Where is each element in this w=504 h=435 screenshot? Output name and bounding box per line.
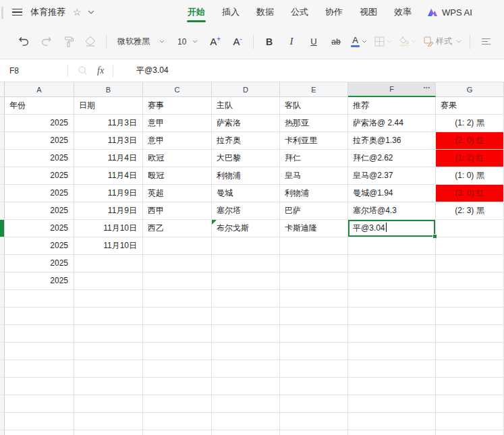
sheet-cell[interactable] bbox=[143, 308, 212, 325]
sheet-cell[interactable]: 2025 bbox=[5, 185, 74, 202]
sheet-cell[interactable]: 拉齐奥 bbox=[212, 132, 280, 150]
font-name-select[interactable]: 微软雅黑 bbox=[115, 33, 167, 51]
row-header[interactable] bbox=[0, 290, 5, 308]
row-header[interactable] bbox=[0, 237, 5, 255]
star-favorite-icon[interactable]: ☆ bbox=[73, 7, 82, 17]
formula-input[interactable]: 平@3.04 bbox=[136, 65, 169, 76]
sheet-cell[interactable]: 11月4日 bbox=[74, 167, 143, 185]
active-cell-F8[interactable]: 平@3.04 bbox=[348, 220, 436, 237]
sheet-cell[interactable]: 2025 bbox=[5, 115, 74, 132]
sheet-cell[interactable] bbox=[280, 325, 348, 343]
sheet-cell[interactable] bbox=[74, 430, 143, 435]
sheet-cell[interactable] bbox=[436, 255, 504, 272]
sheet-cell[interactable] bbox=[348, 343, 436, 360]
sheet-cell[interactable] bbox=[143, 290, 212, 308]
sheet-cell[interactable]: 英超 bbox=[143, 185, 212, 202]
sheet-cell[interactable]: 塞尔塔@4.3 bbox=[348, 202, 436, 220]
wps-ai-button[interactable]: WPS AI bbox=[427, 7, 472, 18]
row-header[interactable] bbox=[0, 202, 5, 220]
row-header[interactable] bbox=[0, 308, 5, 325]
search-icon[interactable] bbox=[78, 65, 88, 76]
sheet-cell[interactable] bbox=[143, 360, 212, 378]
tab-view[interactable]: 视图 bbox=[358, 0, 379, 24]
sheet-cell[interactable]: 皇马 bbox=[280, 167, 348, 185]
sheet-cell[interactable] bbox=[348, 255, 436, 272]
row-header[interactable] bbox=[0, 220, 5, 237]
sheet-cell[interactable]: 卡利亚里 bbox=[280, 132, 348, 150]
sheet-cell[interactable] bbox=[74, 413, 143, 430]
sheet-cell[interactable] bbox=[143, 413, 212, 430]
sheet-cell[interactable] bbox=[212, 272, 280, 290]
row-header[interactable] bbox=[0, 150, 5, 167]
redo-icon[interactable] bbox=[38, 33, 53, 51]
sheet-cell[interactable]: 2025 bbox=[5, 272, 74, 290]
select-all-corner[interactable] bbox=[0, 82, 5, 97]
sheet-cell[interactable]: 赛事 bbox=[143, 97, 212, 115]
row-header[interactable] bbox=[0, 132, 5, 150]
sheet-cell[interactable]: 年份 bbox=[5, 97, 74, 115]
sheet-cell[interactable] bbox=[436, 343, 504, 360]
column-header-F[interactable]: F••• bbox=[348, 82, 436, 97]
format-painter-icon[interactable] bbox=[61, 33, 76, 51]
sheet-cell[interactable] bbox=[280, 237, 348, 255]
sheet-cell[interactable] bbox=[436, 360, 504, 378]
row-header[interactable] bbox=[0, 343, 5, 360]
tab-collaborate[interactable]: 协作 bbox=[324, 0, 344, 24]
sheet-cell[interactable] bbox=[74, 290, 143, 308]
sheet-cell[interactable] bbox=[280, 413, 348, 430]
bold-button[interactable]: B bbox=[262, 33, 277, 51]
sheet-cell[interactable] bbox=[280, 272, 348, 290]
sheet-cell[interactable] bbox=[280, 360, 348, 378]
sheet-cell[interactable] bbox=[74, 395, 143, 413]
row-header[interactable] bbox=[0, 430, 5, 435]
row-header[interactable] bbox=[0, 360, 5, 378]
sheet-cell[interactable] bbox=[280, 290, 348, 308]
sheet-cell[interactable] bbox=[74, 272, 143, 290]
row-header[interactable] bbox=[0, 97, 5, 115]
sheet-cell[interactable] bbox=[143, 255, 212, 272]
column-header-B[interactable]: B bbox=[74, 82, 143, 97]
sheet-cell[interactable]: 利物浦 bbox=[212, 167, 280, 185]
sheet-cell[interactable]: 热那亚 bbox=[280, 115, 348, 132]
row-header[interactable] bbox=[0, 167, 5, 185]
column-header-D[interactable]: D bbox=[212, 82, 280, 97]
sheet-cell[interactable] bbox=[74, 255, 143, 272]
sheet-cell[interactable] bbox=[280, 343, 348, 360]
sheet-cell[interactable]: 2025 bbox=[5, 220, 74, 237]
sheet-cell[interactable]: 欧冠 bbox=[143, 150, 212, 167]
sheet-cell[interactable] bbox=[348, 237, 436, 255]
row-header[interactable] bbox=[0, 378, 5, 395]
sheet-cell[interactable] bbox=[212, 237, 280, 255]
sheet-cell[interactable]: (1: 2) 黑 bbox=[436, 115, 504, 132]
column-header-G[interactable]: G bbox=[436, 82, 504, 97]
sheet-cell[interactable]: 曼城 bbox=[212, 185, 280, 202]
tab-home[interactable]: 开始 bbox=[186, 0, 206, 24]
row-header[interactable] bbox=[0, 413, 5, 430]
sheet-cell[interactable] bbox=[212, 290, 280, 308]
sheet-cell[interactable]: 萨索洛@ 2.44 bbox=[348, 115, 436, 132]
sheet-cell[interactable] bbox=[143, 430, 212, 435]
sheet-cell[interactable] bbox=[5, 308, 74, 325]
sheet-cell[interactable]: 利物浦 bbox=[280, 185, 348, 202]
sheet-cell[interactable] bbox=[212, 255, 280, 272]
sheet-cell[interactable]: 2025 bbox=[5, 132, 74, 150]
sheet-cell[interactable]: 11月9日 bbox=[74, 202, 143, 220]
sheet-cell[interactable]: 主队 bbox=[212, 97, 280, 115]
sheet-cell[interactable] bbox=[74, 343, 143, 360]
sheet-cell[interactable]: 推荐 bbox=[348, 97, 436, 115]
sheet-cell[interactable]: 11月10日 bbox=[74, 220, 143, 237]
sheet-cell[interactable]: 布尔戈斯 bbox=[212, 220, 280, 237]
sheet-cell[interactable]: 拉齐奥@1.36 bbox=[348, 132, 436, 150]
sheet-cell[interactable] bbox=[280, 308, 348, 325]
sheet-cell[interactable]: 曼城@1.94 bbox=[348, 185, 436, 202]
sheet-cell[interactable]: 11月3日 bbox=[74, 115, 143, 132]
menu-hamburger-icon[interactable] bbox=[12, 7, 22, 18]
sheet-cell[interactable] bbox=[212, 343, 280, 360]
sheet-cell[interactable] bbox=[74, 378, 143, 395]
sheet-cell[interactable]: 拜仁 bbox=[280, 150, 348, 167]
sheet-cell[interactable]: 赛果 bbox=[436, 97, 504, 115]
fill-color-button[interactable] bbox=[399, 33, 416, 51]
row-header[interactable] bbox=[0, 395, 5, 413]
sheet-cell[interactable] bbox=[74, 308, 143, 325]
align-center-icon[interactable] bbox=[501, 33, 504, 51]
